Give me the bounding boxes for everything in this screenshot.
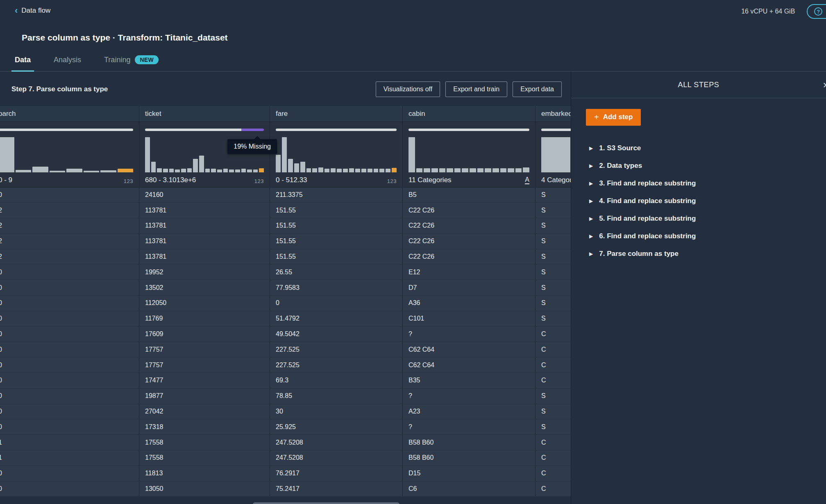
column-header-cabin[interactable]: cabin xyxy=(403,106,536,122)
hist-bar xyxy=(349,168,354,172)
topbar-right: 16 vCPU + 64 GiB ? Get xyxy=(741,4,826,19)
hist-bar xyxy=(386,169,390,172)
step-item-6[interactable]: ▶6. Find and replace substring xyxy=(586,228,810,245)
cell-cabin: ? xyxy=(403,389,536,404)
column-header-parch[interactable]: parch xyxy=(0,106,139,122)
text-type-icon[interactable]: A xyxy=(525,176,529,184)
column-range-row: 11 CategoriesA xyxy=(408,176,529,184)
step-label: 4. Find and replace substring xyxy=(599,197,696,205)
numeric-type-icon[interactable]: 123 xyxy=(254,178,264,184)
column-header-fare[interactable]: fare xyxy=(270,106,403,122)
step-label: 5. Find and replace substring xyxy=(599,215,696,223)
export-and-train-button[interactable]: Export and train xyxy=(445,81,507,97)
cell-embarked: C xyxy=(536,357,571,373)
table-row: 017757227.525C62 C64C xyxy=(0,342,571,357)
data-table: parchticketfarecabinembarked0 - 9123680 … xyxy=(0,106,571,497)
step-item-4[interactable]: ▶4. Find and replace substring xyxy=(586,192,810,210)
hist-bar xyxy=(229,170,234,172)
step-item-3[interactable]: ▶3. Find and replace substring xyxy=(586,175,810,192)
add-step-button[interactable]: + Add step xyxy=(586,109,641,126)
hist-bar xyxy=(276,155,281,172)
tab-data[interactable]: Data xyxy=(11,55,34,72)
table-row: 01995226.55E12S xyxy=(0,264,571,280)
hist-bar xyxy=(515,168,522,172)
collapse-panel-icon[interactable]: » xyxy=(823,78,826,91)
range-label: 11 Categories xyxy=(408,176,452,184)
cell-ticket: 113781 xyxy=(139,234,270,249)
table-row: 01176951.4792C101S xyxy=(0,311,571,327)
cell-ticket: 113781 xyxy=(139,203,270,218)
cell-fare: 151.55 xyxy=(270,203,403,218)
quality-valid-segment xyxy=(0,129,133,131)
table-row: 2113781151.55C22 C26S xyxy=(0,218,571,234)
step-item-7[interactable]: ▶7. Parse column as type xyxy=(586,245,810,263)
hist-bar xyxy=(477,168,484,172)
tab-label: Training xyxy=(104,56,130,64)
cell-fare: 51.4792 xyxy=(270,311,403,326)
hist-bar xyxy=(454,168,461,172)
cell-parch: 0 xyxy=(0,419,139,434)
step-title: Step 7. Parse column as type xyxy=(11,85,108,93)
cell-parch: 0 xyxy=(0,311,139,326)
step-label: 6. Find and replace substring xyxy=(599,232,696,240)
visualizations-toggle-button[interactable]: Visualizations off xyxy=(376,81,440,97)
caret-right-icon: ▶ xyxy=(589,198,593,204)
column-header-ticket[interactable]: ticket xyxy=(139,106,270,122)
cell-ticket: 17477 xyxy=(139,373,270,388)
hist-bar xyxy=(16,170,32,172)
cell-cabin: C22 C26 xyxy=(403,249,536,264)
table-header-row: parchticketfarecabinembarked xyxy=(0,106,571,122)
hist-bar xyxy=(223,169,228,172)
cell-ticket: 17757 xyxy=(139,342,270,357)
table-row: 01181376.2917D15C xyxy=(0,466,571,481)
back-link[interactable]: ‹ Data flow xyxy=(15,7,50,15)
hist-bar xyxy=(235,170,240,172)
hist-bar xyxy=(84,171,100,172)
numeric-type-icon[interactable]: 123 xyxy=(387,178,397,184)
step-header: Step 7. Parse column as type Visualizati… xyxy=(0,72,571,106)
add-step-label: Add step xyxy=(603,113,633,121)
histogram-cell-ticket: 680 - 3.1013e+612319% Missing xyxy=(139,122,270,188)
column-header-embarked[interactable]: embarked xyxy=(536,106,571,122)
get-help-button[interactable]: ? Get xyxy=(807,4,826,19)
cell-parch: 2 xyxy=(0,203,139,218)
cell-embarked: C xyxy=(536,373,571,388)
cell-cabin: E12 xyxy=(403,264,536,280)
histogram-cell-fare: 0 - 512.33123 xyxy=(270,122,403,188)
caret-right-icon: ▶ xyxy=(589,145,593,151)
horizontal-scrollbar[interactable] xyxy=(253,502,399,504)
step-item-5[interactable]: ▶5. Find and replace substring xyxy=(586,210,810,228)
toolbar-buttons: Visualizations off Export and train Expo… xyxy=(376,81,562,97)
hist-bar xyxy=(175,170,180,172)
table-row: 01747769.3B35C xyxy=(0,373,571,389)
hist-bar xyxy=(431,168,438,172)
table-row: 024160211.3375B5S xyxy=(0,188,571,203)
cell-fare: 25.925 xyxy=(270,419,403,434)
cell-ticket: 11813 xyxy=(139,466,270,481)
hist-bar xyxy=(337,169,342,172)
quality-bar xyxy=(408,129,529,131)
histogram xyxy=(0,137,133,172)
quality-bar xyxy=(0,129,133,131)
cell-ticket: 19952 xyxy=(139,264,270,280)
cell-embarked: S xyxy=(536,404,571,419)
cell-cabin: A36 xyxy=(403,296,536,311)
cell-cabin: D7 xyxy=(403,280,536,295)
tab-analysis[interactable]: Analysis xyxy=(50,55,84,70)
tab-training[interactable]: TrainingNEW xyxy=(101,54,162,70)
histogram-cell-cabin: 11 CategoriesA xyxy=(403,122,536,188)
hist-bar xyxy=(379,169,384,172)
cell-cabin: C22 C26 xyxy=(403,218,536,233)
step-label: 2. Data types xyxy=(599,162,642,170)
step-item-2[interactable]: ▶2. Data types xyxy=(586,157,810,175)
numeric-type-icon[interactable]: 123 xyxy=(124,178,133,184)
export-data-button[interactable]: Export data xyxy=(513,81,562,97)
cell-embarked: C xyxy=(536,466,571,481)
hist-bar xyxy=(416,168,423,172)
hist-bar xyxy=(541,137,570,172)
step-item-1[interactable]: ▶1. S3 Source xyxy=(586,140,810,157)
question-icon: ? xyxy=(814,7,822,16)
cell-fare: 227.525 xyxy=(270,342,403,357)
cell-embarked: C xyxy=(536,327,571,342)
cell-cabin: C101 xyxy=(403,311,536,326)
